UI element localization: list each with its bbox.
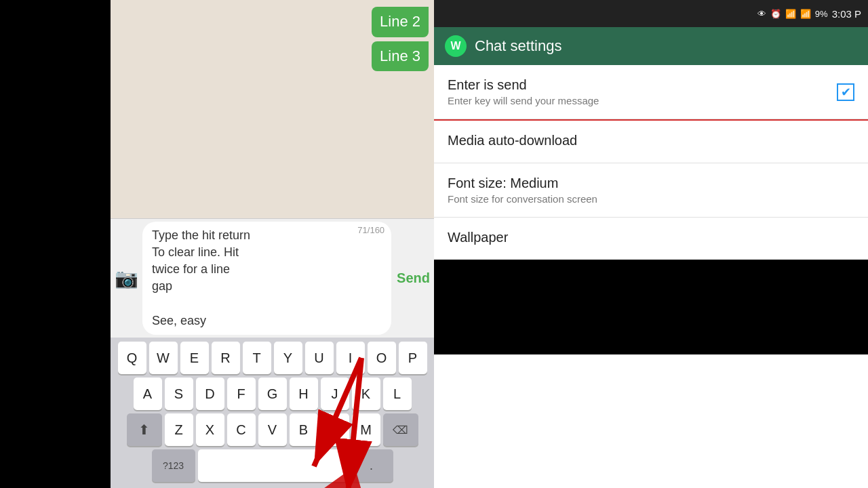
status-battery: 9% xyxy=(815,9,828,19)
settings-item-wallpaper[interactable]: Wallpaper xyxy=(434,218,868,260)
key-R[interactable]: R xyxy=(212,342,240,374)
chat-input-box[interactable]: 71/160 Type the hit return To clear line… xyxy=(142,222,391,335)
status-wifi-icon: 📶 xyxy=(785,9,796,19)
settings-item-font-size[interactable]: Font size: Medium Font size for conversa… xyxy=(434,163,868,218)
settings-item-enter-is-send-title: Enter is send xyxy=(448,77,837,93)
settings-item-font-size-title: Font size: Medium xyxy=(448,176,854,191)
status-alarm-icon: ⏰ xyxy=(770,9,781,19)
key-Q[interactable]: Q xyxy=(118,342,146,374)
key-shift[interactable]: ⬆ xyxy=(127,413,162,446)
settings-item-wallpaper-title: Wallpaper xyxy=(448,230,854,245)
key-J[interactable]: J xyxy=(321,378,349,410)
key-K[interactable]: K xyxy=(352,378,380,410)
key-X[interactable]: X xyxy=(196,413,224,446)
input-text-line3: twice for a line xyxy=(152,261,230,278)
enter-is-send-checkbox[interactable]: ✔ xyxy=(837,83,854,101)
chat-input-area: 📷 71/160 Type the hit return To clear li… xyxy=(111,218,434,338)
keyboard-row-1: Q W E R T Y U I O P xyxy=(112,342,433,374)
char-count: 71/160 xyxy=(357,224,384,237)
settings-list: Enter is send Enter key will send your m… xyxy=(434,65,868,488)
key-delete[interactable]: ⌫ xyxy=(383,413,418,446)
key-N[interactable]: N xyxy=(321,413,349,446)
key-D[interactable]: D xyxy=(196,378,224,410)
camera-icon[interactable]: 📷 xyxy=(115,267,138,289)
input-text-line4: gap xyxy=(152,278,172,295)
input-text-line6: See, easy xyxy=(152,312,206,329)
settings-item-enter-is-send-content: Enter is send Enter key will send your m… xyxy=(448,77,837,106)
enter-is-send-checkmark: ✔ xyxy=(841,85,851,100)
key-W[interactable]: W xyxy=(149,342,178,374)
key-M[interactable]: M xyxy=(352,413,380,446)
settings-item-font-size-subtitle: Font size for conversation screen xyxy=(448,193,854,205)
key-V[interactable]: V xyxy=(258,413,287,446)
settings-panel: 👁 ⏰ 📶 📶 9% 3:03 P W Chat settings Enter … xyxy=(434,0,868,488)
settings-item-wallpaper-content: Wallpaper xyxy=(448,230,854,247)
chat-messages: Line 2 Line 3 xyxy=(111,0,434,218)
whatsapp-logo: W xyxy=(445,35,467,57)
input-text-line1: Type the hit return xyxy=(152,227,250,244)
key-numbers[interactable]: ?123 xyxy=(152,449,195,482)
settings-item-media-auto-download[interactable]: Media auto-download xyxy=(434,121,868,163)
status-bar: 👁 ⏰ 📶 📶 9% 3:03 P xyxy=(434,0,868,27)
key-A[interactable]: A xyxy=(134,378,162,410)
keyboard-row-4: ?123 . xyxy=(112,449,433,482)
keyboard-wrapper: Q W E R T Y U I O P A S D F G H J K xyxy=(111,338,434,488)
send-button[interactable]: Send xyxy=(397,270,430,286)
key-U[interactable]: U xyxy=(305,342,334,374)
key-H[interactable]: H xyxy=(290,378,318,410)
keyboard-row-2: A S D F G H J K L xyxy=(112,378,433,410)
status-eye-icon: 👁 xyxy=(757,9,766,19)
key-E[interactable]: E xyxy=(180,342,209,374)
key-S[interactable]: S xyxy=(165,378,193,410)
key-G[interactable]: G xyxy=(258,378,287,410)
settings-item-media-title: Media auto-download xyxy=(448,133,854,148)
chat-bubble-line2: Line 2 xyxy=(372,7,429,37)
settings-header: W Chat settings xyxy=(434,27,868,65)
keyboard: Q W E R T Y U I O P A S D F G H J K xyxy=(111,338,434,488)
key-Y[interactable]: Y xyxy=(274,342,302,374)
left-black-panel xyxy=(0,0,111,488)
key-I[interactable]: I xyxy=(336,342,365,374)
settings-item-enter-is-send[interactable]: Enter is send Enter key will send your m… xyxy=(434,65,868,119)
key-T[interactable]: T xyxy=(243,342,271,374)
key-Z[interactable]: Z xyxy=(165,413,193,446)
settings-header-title: Chat settings xyxy=(475,37,561,55)
key-F[interactable]: F xyxy=(227,378,256,410)
key-L[interactable]: L xyxy=(383,378,412,410)
key-P[interactable]: P xyxy=(399,342,427,374)
settings-item-font-size-content: Font size: Medium Font size for conversa… xyxy=(448,176,854,205)
key-space[interactable] xyxy=(198,449,347,482)
settings-item-media-content: Media auto-download xyxy=(448,133,854,150)
key-period[interactable]: . xyxy=(350,449,393,482)
key-O[interactable]: O xyxy=(368,342,396,374)
chat-bubble-line3: Line 3 xyxy=(372,41,429,72)
chat-panel: Line 2 Line 3 📷 71/160 Type the hit retu… xyxy=(111,0,434,488)
wallpaper-preview xyxy=(434,260,868,354)
status-signal-icon: 📶 xyxy=(800,9,811,19)
input-text-line2: To clear line. Hit xyxy=(152,244,239,261)
key-B[interactable]: B xyxy=(290,413,318,446)
settings-item-enter-is-send-subtitle: Enter key will send your message xyxy=(448,95,837,106)
keyboard-row-3: ⬆ Z X C V B N M ⌫ xyxy=(112,413,433,446)
status-time: 3:03 P xyxy=(832,8,861,20)
key-C[interactable]: C xyxy=(227,413,256,446)
